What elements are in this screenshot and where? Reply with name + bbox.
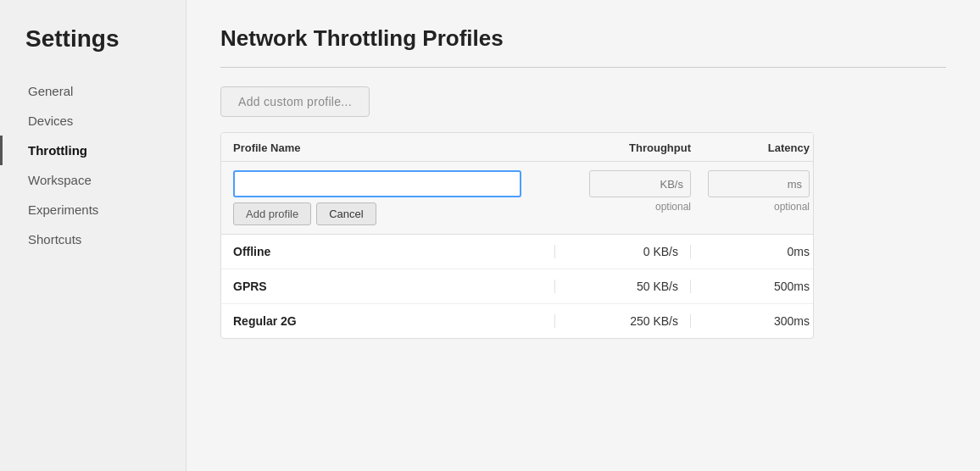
add-profile-button[interactable]: Add profile (233, 202, 311, 225)
latency-cell: 0ms (691, 245, 810, 258)
latency-optional-label: optional (774, 201, 810, 213)
profile-name-input[interactable] (233, 170, 521, 197)
throughput-optional-label: optional (655, 201, 691, 213)
throughput-input-wrap: optional (555, 170, 691, 213)
throughput-input[interactable] (589, 170, 691, 197)
table-header: Profile Name Throughput Latency (221, 133, 813, 162)
latency-cell: 500ms (691, 280, 810, 293)
sidebar-item-label: Throttling (28, 143, 87, 158)
table-row: Regular 2G 250 KB/s 300ms (221, 304, 813, 338)
sidebar-item-workspace[interactable]: Workspace (0, 165, 186, 195)
sidebar-item-throttling[interactable]: Throttling (0, 136, 186, 165)
sidebar-item-general[interactable]: General (0, 76, 186, 106)
sidebar-item-label: Shortcuts (28, 232, 81, 247)
sidebar: Settings General Devices Throttling Work… (0, 0, 187, 471)
col-header-profile-name: Profile Name (233, 141, 555, 154)
col-header-throughput: Throughput (555, 141, 691, 154)
profiles-table: Profile Name Throughput Latency Add prof… (220, 132, 814, 339)
latency-input[interactable] (708, 170, 810, 197)
sidebar-item-label: General (28, 84, 73, 98)
sidebar-nav: General Devices Throttling Workspace Exp… (0, 76, 186, 254)
section-divider (220, 67, 946, 68)
main-content: Network Throttling Profiles Add custom p… (187, 0, 980, 471)
col-header-latency: Latency (691, 141, 810, 154)
throughput-cell: 50 KB/s (555, 280, 691, 293)
sidebar-title: Settings (0, 25, 186, 76)
sidebar-item-label: Experiments (28, 202, 98, 217)
add-row-buttons: Add profile Cancel (233, 202, 555, 225)
sidebar-item-devices[interactable]: Devices (0, 106, 186, 136)
latency-cell: 300ms (691, 314, 810, 328)
profile-name-cell: Regular 2G (233, 314, 555, 328)
sidebar-item-shortcuts[interactable]: Shortcuts (0, 224, 186, 254)
cancel-button[interactable]: Cancel (316, 202, 376, 225)
sidebar-item-label: Workspace (28, 173, 92, 187)
add-profile-row: Add profile Cancel optional optional (221, 162, 813, 235)
throughput-cell: 0 KB/s (555, 245, 691, 258)
profile-name-cell: GPRS (233, 280, 555, 293)
latency-input-wrap: optional (691, 170, 810, 213)
throughput-cell: 250 KB/s (555, 314, 691, 328)
page-title: Network Throttling Profiles (220, 25, 946, 52)
sidebar-item-experiments[interactable]: Experiments (0, 195, 186, 224)
sidebar-item-label: Devices (28, 114, 73, 128)
profile-name-input-wrap: Add profile Cancel (233, 170, 555, 225)
table-row: GPRS 50 KB/s 500ms (221, 269, 813, 304)
profile-name-cell: Offline (233, 245, 555, 258)
add-custom-profile-button[interactable]: Add custom profile... (220, 86, 370, 117)
table-row: Offline 0 KB/s 0ms (221, 235, 813, 269)
